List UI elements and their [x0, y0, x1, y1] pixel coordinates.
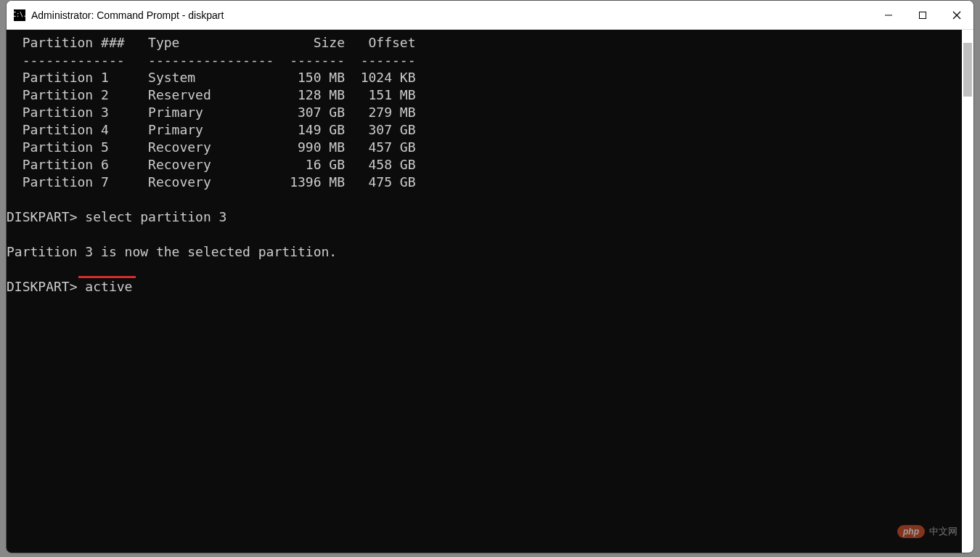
watermark-text: 中文网 — [929, 525, 957, 538]
close-button[interactable] — [939, 1, 973, 29]
watermark-badge: php — [897, 525, 925, 538]
svg-rect-1 — [919, 12, 926, 18]
window-controls — [871, 1, 973, 29]
command-prompt-window: C:\. Administrator: Command Prompt - dis… — [6, 0, 974, 553]
window-title: Administrator: Command Prompt - diskpart — [31, 9, 871, 21]
scrollbar-thumb[interactable] — [963, 43, 972, 97]
titlebar[interactable]: C:\. Administrator: Command Prompt - dis… — [7, 1, 973, 30]
scrollbar-track[interactable] — [962, 30, 973, 553]
cmd-icon: C:\. — [14, 9, 25, 21]
annotation-underline — [78, 276, 136, 278]
maximize-button[interactable] — [905, 1, 939, 29]
console-area: Partition ### Type Size Offset ---------… — [7, 30, 973, 553]
watermark: php 中文网 — [897, 525, 957, 538]
minimize-button[interactable] — [871, 1, 905, 29]
console-output[interactable]: Partition ### Type Size Offset ---------… — [7, 30, 962, 553]
